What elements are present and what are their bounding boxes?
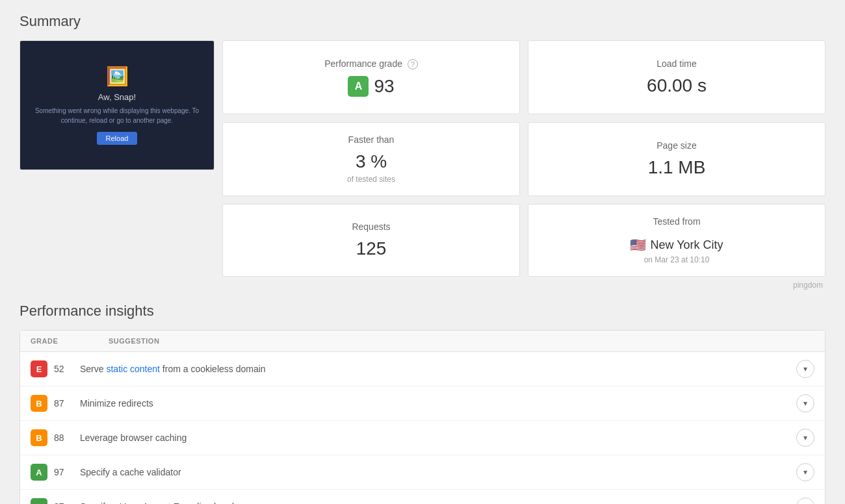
grade-score: 97 bbox=[54, 501, 80, 504]
table-row: A97Specify a cache validator▾ bbox=[20, 455, 825, 490]
faster-than-value: 3 % bbox=[356, 151, 387, 172]
grade-letter-badge: A bbox=[31, 464, 47, 481]
table-row: B87Minimize redirects▾ bbox=[20, 386, 825, 421]
grade-score: 97 bbox=[54, 467, 80, 477]
table-row: E52Serve static content from a cookieles… bbox=[20, 352, 825, 386]
suggestion-text: Leverage browser caching bbox=[80, 433, 796, 443]
tested-from-label: Tested from bbox=[653, 216, 700, 227]
tested-from-date: on Mar 23 at 10:10 bbox=[644, 255, 710, 264]
expand-row-button[interactable]: ▾ bbox=[796, 394, 814, 412]
table-row: B88Leverage browser caching▾ bbox=[20, 421, 825, 455]
col-grade-header: GRADE bbox=[31, 337, 109, 345]
expand-row-button[interactable]: ▾ bbox=[796, 360, 814, 378]
suggestion-link[interactable]: static content bbox=[106, 364, 160, 374]
faster-than-sub: of tested sites bbox=[347, 175, 395, 184]
grade-badge-a: A bbox=[348, 76, 369, 97]
performance-grade-label: Performance grade ? bbox=[324, 58, 418, 69]
grade-row: A 93 bbox=[348, 76, 394, 97]
screenshot-error-msg: Something went wrong while displaying th… bbox=[33, 106, 201, 125]
city-row: 🇺🇸 New York City bbox=[630, 237, 723, 253]
screenshot-card: 🖼️ Aw, Snap! Something went wrong while … bbox=[20, 40, 214, 170]
requests-label: Requests bbox=[352, 221, 390, 232]
grade-letter-badge: E bbox=[31, 360, 47, 377]
table-row: A97Specify a Vary: Accept-Encoding heade… bbox=[20, 490, 825, 504]
suggestion-text: Specify a Vary: Accept-Encoding header bbox=[80, 501, 796, 504]
summary-title: Summary bbox=[20, 13, 826, 30]
suggestion-text: Serve static content from a cookieless d… bbox=[80, 364, 796, 374]
screenshot-icon: 🖼️ bbox=[106, 66, 129, 87]
grade-letter-badge: B bbox=[31, 429, 47, 446]
metric-load-time: Load time 60.00 s bbox=[528, 40, 826, 114]
col-suggestion-header: SUGGESTION bbox=[109, 337, 814, 345]
metric-tested-from: Tested from 🇺🇸 New York City on Mar 23 a… bbox=[528, 204, 826, 277]
summary-section: Summary 🖼️ Aw, Snap! Something went wron… bbox=[20, 13, 826, 290]
screenshot-inner: 🖼️ Aw, Snap! Something went wrong while … bbox=[20, 41, 214, 170]
suggestion-text: Specify a cache validator bbox=[80, 467, 796, 477]
metric-faster-than: Faster than 3 % of tested sites bbox=[222, 122, 520, 196]
performance-grade-value: 93 bbox=[374, 76, 394, 97]
pingdom-logo: pingdom bbox=[20, 281, 823, 290]
city-name: New York City bbox=[650, 238, 723, 252]
insights-rows: E52Serve static content from a cookieles… bbox=[20, 352, 825, 504]
requests-value: 125 bbox=[356, 238, 387, 259]
load-time-label: Load time bbox=[656, 58, 696, 69]
suggestion-text: Minimize redirects bbox=[80, 398, 796, 409]
grade-score: 88 bbox=[54, 433, 80, 443]
page-size-value: 1.1 MB bbox=[648, 157, 706, 178]
metric-requests: Requests 125 bbox=[222, 204, 520, 277]
grade-letter-badge: A bbox=[31, 498, 47, 504]
expand-row-button[interactable]: ▾ bbox=[796, 429, 814, 447]
metrics-grid: Performance grade ? A 93 Load time 60.00… bbox=[222, 40, 826, 277]
page-size-label: Page size bbox=[656, 140, 696, 151]
grade-score: 52 bbox=[54, 364, 80, 374]
faster-than-label: Faster than bbox=[348, 134, 395, 145]
summary-grid: 🖼️ Aw, Snap! Something went wrong while … bbox=[20, 40, 826, 277]
insights-table: GRADE SUGGESTION E52Serve static content… bbox=[20, 330, 826, 504]
grade-letter-badge: B bbox=[31, 395, 47, 412]
reload-button[interactable]: Reload bbox=[97, 132, 138, 145]
flag-icon: 🇺🇸 bbox=[630, 237, 646, 253]
insights-section: Performance insights GRADE SUGGESTION E5… bbox=[20, 303, 826, 504]
expand-row-button[interactable]: ▾ bbox=[796, 463, 814, 481]
table-header: GRADE SUGGESTION bbox=[20, 331, 825, 352]
help-icon[interactable]: ? bbox=[408, 59, 418, 69]
metric-page-size: Page size 1.1 MB bbox=[528, 122, 826, 196]
load-time-value: 60.00 s bbox=[647, 75, 707, 96]
grade-score: 87 bbox=[54, 398, 80, 409]
screenshot-error-title: Aw, Snap! bbox=[98, 92, 136, 102]
expand-row-button[interactable]: ▾ bbox=[796, 498, 814, 504]
metric-performance-grade: Performance grade ? A 93 bbox=[222, 40, 520, 114]
insights-title: Performance insights bbox=[20, 303, 826, 320]
